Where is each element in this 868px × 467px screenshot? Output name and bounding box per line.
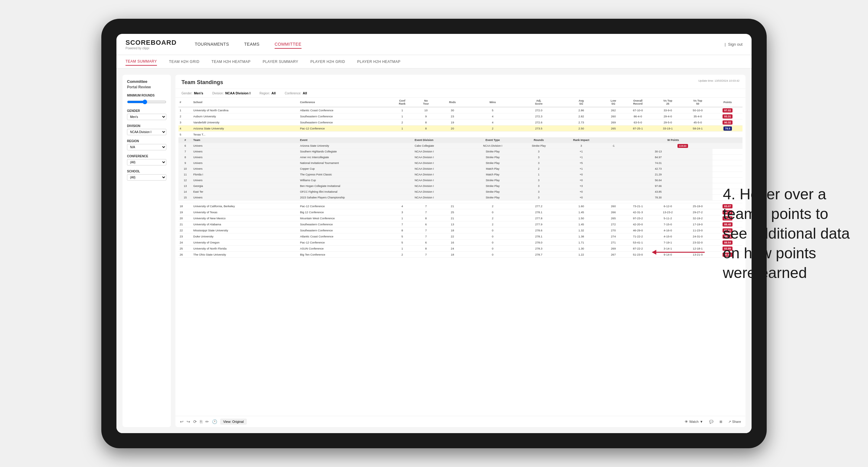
table-row-arizona-state[interactable]: 4 Arizona State University Pac-12 Confer…	[179, 126, 743, 131]
report-header: Team Standings Update time: 13/03/2024 1…	[176, 75, 745, 89]
left-panel-subtitle: Portal Review	[127, 85, 166, 89]
subnav-team-h2h-heatmap[interactable]: TEAM H2H HEATMAP	[211, 58, 250, 65]
report-filter-gender: Gender: Men's	[182, 91, 203, 95]
clock-icon[interactable]: 🕐	[212, 419, 217, 424]
subnav-team-summary[interactable]: TEAM SUMMARY	[125, 58, 157, 66]
filter-region-label: Region	[127, 139, 166, 143]
col-adj-score: Adj.Score	[519, 98, 559, 107]
col-tours: NoTour	[413, 98, 438, 107]
col-vs50: Vs Top50	[683, 98, 713, 107]
eye-icon: 👁	[685, 420, 688, 424]
table-row[interactable]: 1 University of North Carolina Atlantic …	[179, 107, 743, 114]
expanded-detail-row: 9 Univers National Invitational Tourname…	[179, 160, 743, 166]
report-filters-bar: Gender: Men's Division: NCAA Division I …	[176, 89, 745, 98]
left-panel-title: Committee	[127, 79, 166, 84]
filter-min-rounds: Minimum Rounds	[127, 94, 166, 105]
table-row[interactable]: 5 Texas T...	[179, 131, 743, 137]
filter-min-rounds-slider[interactable]	[127, 99, 166, 104]
left-panel: Committee Portal Review Minimum Rounds G…	[123, 75, 171, 427]
report-filter-region: Region: All	[259, 91, 276, 95]
subnav-player-h2h-heatmap[interactable]: PLAYER H2H HEATMAP	[357, 58, 400, 65]
nav-tournaments[interactable]: TOURNAMENTS	[195, 40, 229, 49]
filter-conference-select[interactable]: (All)	[127, 159, 166, 165]
expanded-detail-row: 8 Univers Amer Arc Intercollegiate NCAA …	[179, 155, 743, 160]
table-row[interactable]: 24 University of Oregon Pac-12 Conferenc…	[179, 240, 743, 246]
filter-division-label: Division	[127, 124, 166, 128]
table-row[interactable]: 2 Auburn University Southeastern Confere…	[179, 114, 743, 120]
expanded-detail-row: 14 East Ter OFCC Fighting Illini Invitat…	[179, 189, 743, 195]
sign-out-button[interactable]: Sign out	[728, 42, 743, 46]
filter-school-select[interactable]: (All)	[127, 174, 166, 181]
undo-icon[interactable]: ↩	[180, 419, 184, 424]
chevron-down-icon: ▼	[700, 420, 703, 424]
col-school: School	[192, 98, 299, 107]
col-vs25: Vs Top25	[653, 98, 683, 107]
report-filter-division: Division: NCAA Division I	[212, 91, 250, 95]
filter-region: Region N/A East West	[127, 139, 166, 150]
sub-nav: TEAM SUMMARY TEAM H2H GRID TEAM H2H HEAT…	[117, 55, 751, 69]
svg-marker-1	[652, 250, 656, 255]
share-icon: ↗	[728, 420, 731, 424]
col-overall: OverallRecord	[623, 98, 653, 107]
filter-gender-label: Gender	[127, 109, 166, 113]
annotation-arrow	[650, 246, 711, 258]
table-row[interactable]: 22 Mississippi State University Southeas…	[179, 227, 743, 234]
refresh-icon[interactable]: ⟳	[193, 419, 197, 424]
table-row[interactable]: 23 Duke University Atlantic Coast Confer…	[179, 234, 743, 240]
bottom-toolbar: ↩ ↪ ⟳ ⎘ ✏ 🕐 View: Original 👁 Watch ▼	[176, 416, 745, 427]
copy-icon[interactable]: ⎘	[200, 419, 202, 424]
table-row[interactable]: 18 University of California, Berkeley Pa…	[179, 203, 743, 209]
redo-icon[interactable]: ↪	[187, 419, 190, 424]
filter-conference: Conference (All)	[127, 155, 166, 165]
col-low-sg: LowSG	[604, 98, 623, 107]
table-row[interactable]: 20 University of New Mexico Mountain Wes…	[179, 215, 743, 221]
comment-button[interactable]: 💬	[709, 420, 713, 424]
expanded-detail-row: 13 Georgia Ben Hogan Collegiate Invitati…	[179, 183, 743, 189]
nav-committee[interactable]: COMMITTEE	[275, 40, 302, 49]
report-filter-conference: Conference: All	[285, 91, 307, 95]
table-header-row: # School Conference ConfRank NoTour Rnds…	[179, 98, 743, 107]
toolbar-left: ↩ ↪ ⟳ ⎘ ✏ 🕐 View: Original	[180, 418, 247, 425]
table-row[interactable]: 3 Vanderbilt University Southeastern Con…	[179, 120, 743, 126]
nav-teams[interactable]: TEAMS	[244, 40, 259, 49]
grid-icon: ⊞	[719, 420, 722, 424]
subnav-player-h2h-grid[interactable]: PLAYER H2H GRID	[310, 58, 345, 65]
filter-school-label: School	[127, 170, 166, 173]
sign-out-separator: |	[725, 42, 725, 46]
annotation-text: 4. Hover over a team's points to see add…	[723, 185, 850, 283]
share-icon-button[interactable]: ⊞	[719, 420, 722, 424]
comment-icon: 💬	[709, 420, 713, 424]
logo-area: SCOREBOARD Powered by clippi	[125, 39, 177, 50]
app-header: SCOREBOARD Powered by clippi TOURNAMENTS…	[117, 34, 751, 55]
filter-gender: Gender Men's Women's	[127, 109, 166, 120]
col-rnds: Rnds	[438, 98, 466, 107]
expanded-detail-row: 15 Univers 2023 Sahalee Players Champion…	[179, 195, 743, 200]
filter-region-select[interactable]: N/A East West	[127, 144, 166, 150]
col-conf-rank: ConfRank	[391, 98, 413, 107]
expanded-detail-row: 12 Univers Williams Cup NCAA Division I …	[179, 178, 743, 183]
expanded-detail-row: 10 Univers Copper Cup NCAA Division I Ma…	[179, 166, 743, 172]
col-rank: #	[179, 98, 192, 107]
col-conference: Conference	[299, 98, 391, 107]
subnav-team-h2h-grid[interactable]: TEAM H2H GRID	[169, 58, 199, 65]
subnav-player-summary[interactable]: PLAYER SUMMARY	[262, 58, 298, 65]
table-row[interactable]: 21 University of Alabama Southeastern Co…	[179, 221, 743, 227]
main-nav: TOURNAMENTS TEAMS COMMITTEE	[195, 40, 725, 49]
filter-division-select[interactable]: NCAA Division I NCAA Division II	[127, 129, 166, 135]
filter-gender-select[interactable]: Men's Women's	[127, 114, 166, 120]
expanded-header-row: # Team Event Event Division Event Type R…	[179, 137, 743, 143]
view-original-button[interactable]: View: Original	[220, 418, 247, 425]
filter-school: School (All)	[127, 170, 166, 181]
app-logo-sub: Powered by clippi	[125, 46, 177, 50]
watch-button[interactable]: 👁 Watch ▼	[685, 420, 703, 424]
tablet-frame: SCOREBOARD Powered by clippi TOURNAMENTS…	[101, 19, 767, 448]
edit-icon[interactable]: ✏	[205, 419, 209, 424]
expanded-detail-row: 6 Univers Arizona State University Cabo …	[179, 143, 743, 149]
filter-min-rounds-label: Minimum Rounds	[127, 94, 166, 97]
toolbar-right: 👁 Watch ▼ 💬 ⊞ ↗ Share	[685, 420, 741, 424]
share-button[interactable]: ↗ Share	[728, 420, 741, 424]
table-row[interactable]: 19 University of Texas Big 12 Conference…	[179, 209, 743, 215]
col-wins: Wins	[466, 98, 519, 107]
filter-division: Division NCAA Division I NCAA Division I…	[127, 124, 166, 135]
app-logo: SCOREBOARD	[125, 39, 177, 46]
